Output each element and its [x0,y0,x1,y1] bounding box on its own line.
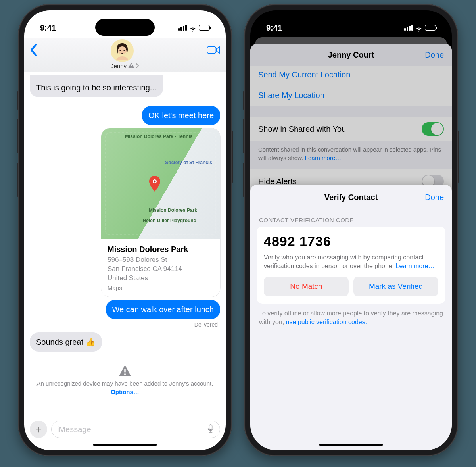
signal-icon [404,25,413,31]
shared-footer: Content shared in this conversation will… [250,141,452,169]
contact-name-row[interactable]: Jenny [111,63,139,69]
svg-point-7 [154,181,156,183]
map-app-label: Maps [107,284,214,291]
sheet-header: Jenny Court Done [250,44,452,66]
verify-done-button[interactable]: Done [425,193,444,202]
contact-avatar[interactable] [111,39,134,62]
contact-details-screen: 9:41 Jenny Court Done Send My Current Lo… [250,10,452,450]
delivered-label: Delivered [194,321,218,328]
message-bubble-incoming[interactable]: This is going to be so interesting... [30,75,163,97]
warning-triangle-icon [119,365,131,378]
dynamic-island [95,19,155,36]
verification-warning-icon [128,63,134,69]
home-indicator[interactable] [319,444,383,446]
map-label: Mission Dolores Park [149,208,197,213]
contact-name: Jenny [111,63,127,69]
message-placeholder: iMessage [57,425,91,434]
verify-title: Verify Contact [324,193,378,202]
signal-icon [178,25,187,31]
security-alert: An unrecognized device may have been add… [34,365,216,395]
svg-point-1 [119,50,121,51]
svg-point-5 [131,67,132,67]
verification-code: 4892 1736 [264,234,438,249]
status-time: 9:41 [266,23,282,33]
back-button[interactable] [30,44,38,58]
facetime-button[interactable] [207,45,220,56]
mark-verified-button[interactable]: Mark as Verified [353,277,438,296]
row-label: Show in Shared with You [258,125,346,134]
alert-text: An unrecognized device may have been add… [37,380,213,387]
svg-rect-8 [124,369,125,373]
message-bubble-outgoing[interactable]: OK let's meet here [142,106,220,125]
location-attachment[interactable]: Mission Dolores Park - Tennis Society of… [101,128,220,297]
map-pin-icon [149,176,161,193]
dictation-button[interactable] [207,424,214,435]
attach-button[interactable]: ＋ [30,421,47,438]
phone-left: 9:41 Jenny [18,4,232,456]
row-shared-with-you[interactable]: Show in Shared with You [250,117,452,141]
conversation-header: Jenny [24,38,226,72]
phone-right: 9:41 Jenny Court Done Send My Current Lo… [244,4,458,456]
battery-icon [425,25,436,31]
svg-rect-3 [207,47,216,54]
message-bubble-outgoing[interactable]: We can walk over after lunch [106,300,220,319]
map-address-line: 596–598 Dolores St [107,256,214,265]
map-preview: Mission Dolores Park - Tennis Society of… [101,128,220,239]
svg-point-2 [123,50,125,51]
row-share-location[interactable]: Share My Location [250,85,452,106]
svg-point-9 [124,373,126,375]
verify-footer: To verify offline or allow more people t… [250,304,452,327]
verify-contact-sheet: Verify Contact Done CONTACT VERIFICATION… [250,185,452,450]
conversation-body[interactable]: This is going to be so interesting... OK… [24,72,226,416]
learn-more-link[interactable]: Learn more… [305,154,342,161]
dynamic-island [321,19,381,36]
wifi-icon [415,25,422,31]
svg-rect-4 [131,64,132,66]
messages-screen: 9:41 Jenny [24,10,226,450]
section-header: CONTACT VERIFICATION CODE [250,209,452,227]
svg-rect-10 [209,424,212,429]
map-label: Helen Diller Playground [143,218,196,223]
verification-card: 4892 1736 Verify who you are messaging w… [257,227,445,304]
learn-more-link[interactable]: Learn more… [396,263,435,269]
toggle-shared-with-you[interactable] [422,122,444,136]
map-label: Mission Dolores Park - Tennis [125,134,192,139]
battery-icon [199,25,210,31]
map-address-line: San Francisco CA 94114 [107,265,214,274]
status-time: 9:41 [40,23,56,33]
home-indicator[interactable] [93,444,157,446]
map-details: Mission Dolores Park 596–598 Dolores St … [101,239,220,297]
alert-options-link[interactable]: Options… [111,388,139,395]
wifi-icon [189,25,196,31]
chevron-right-icon [136,63,139,69]
row-send-location[interactable]: Send My Current Location [250,66,452,85]
public-codes-link[interactable]: use public verification codes. [286,319,367,325]
map-title: Mission Dolores Park [107,245,214,254]
message-bubble-incoming[interactable]: Sounds great 👍 [30,332,102,352]
map-address-line: United States [107,274,214,283]
verify-header: Verify Contact Done [250,185,452,209]
done-button[interactable]: Done [425,50,444,60]
no-match-button[interactable]: No Match [264,277,349,296]
sheet-title: Jenny Court [328,50,374,60]
map-label: Society of St Francis [165,160,212,165]
verification-description: Verify who you are messaging with by com… [264,253,438,271]
message-input[interactable]: iMessage [51,421,220,438]
